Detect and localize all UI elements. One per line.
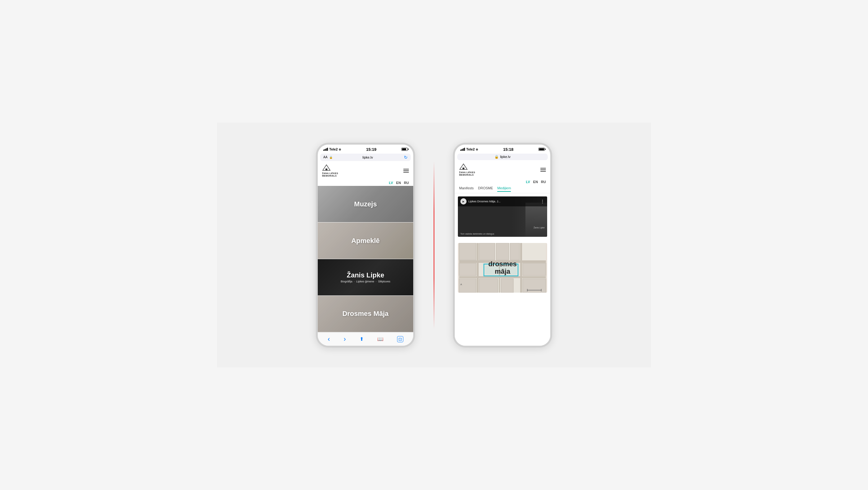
- hamburger-menu-1[interactable]: [403, 169, 409, 173]
- hamburger-menu-2[interactable]: [540, 168, 546, 172]
- youtube-avatar: ▶: [460, 198, 467, 204]
- status-bar-1: Tele2 ⌾ 15:19: [318, 145, 413, 153]
- svg-rect-1: [463, 168, 464, 169]
- video-caption: Tom vadoša darbinieks un dialogus: [460, 233, 494, 235]
- video-section: ▶ Lipkes Drosmes Māja. J... ⋮ Tom vadoša…: [455, 193, 550, 240]
- svg-rect-16: [523, 263, 546, 276]
- carrier-2: Tele2: [466, 147, 475, 151]
- video-thumbnail[interactable]: ▶ Lipkes Drosmes Māja. J... ⋮ Tom vadoša…: [458, 196, 547, 237]
- lock-icon: 🔒: [329, 156, 333, 159]
- browser-bar[interactable]: AA 🔒 lipke.lv ↻: [320, 154, 411, 161]
- logo-name-2: ŽANA LIPKES MEMORIĀLS: [459, 171, 475, 177]
- simple-url-bar[interactable]: 🔒 lipke.lv: [457, 154, 548, 160]
- person-label: Žanis Lipke: [533, 227, 545, 229]
- wifi-icon-1: ⌾: [339, 147, 341, 151]
- carrier-1: Tele2: [329, 147, 338, 151]
- map-label: drosmes māja: [488, 260, 517, 275]
- wifi-icon-2: ⌾: [476, 147, 478, 151]
- signal-bar-5: [460, 150, 461, 151]
- muzejs-content: Muzejs: [354, 200, 377, 208]
- svg-rect-11: [459, 243, 476, 260]
- lang-ru-1[interactable]: RU: [404, 181, 409, 185]
- lang-lv-1[interactable]: LV: [389, 181, 393, 185]
- video-header-left: ▶ Lipkes Drosmes Māja. J...: [460, 198, 501, 204]
- menu-item-apmekle[interactable]: Apmeklē: [318, 223, 413, 259]
- signal-bar-4: [327, 148, 328, 151]
- phone2-content: ▶ Lipkes Drosmes Māja. J... ⋮ Tom vadoša…: [455, 193, 550, 345]
- status-right-1: [401, 148, 408, 151]
- lang-bar-2: LV EN RU: [455, 179, 550, 185]
- logo-area-2: ŽANA LIPKES MEMORIĀLS: [459, 163, 475, 177]
- zanis-label: Žanis Lipke: [347, 271, 384, 279]
- hamburger-line-3: [403, 172, 409, 173]
- svg-rect-0: [326, 169, 328, 170]
- zanis-content: Žanis Lipke Biogrāfija · Lipkes ģimene ·…: [341, 271, 390, 283]
- logo-icon-2: [459, 163, 468, 171]
- bottom-toolbar: ‹ › ⬆ 📖 ⊡: [318, 333, 413, 346]
- url-display[interactable]: lipke.lv: [333, 155, 402, 159]
- reload-button[interactable]: ↻: [404, 155, 408, 160]
- tab-manifests[interactable]: Manifests: [459, 186, 474, 192]
- phone-1: Tele2 ⌾ 15:19 AA 🔒 lipke.lv ↻ ŽANA LIPKE…: [316, 143, 415, 348]
- battery-icon-1: [401, 148, 408, 151]
- tab-drosme[interactable]: DROSME: [478, 186, 493, 192]
- signal-bar-2: [324, 149, 326, 151]
- signal-bar-8: [464, 148, 465, 151]
- yt-icon: ▶: [463, 200, 464, 203]
- battery-icon-2: [538, 148, 545, 151]
- zanis-sub: Biogrāfija · Lipkes ģimene · Slēptuves: [341, 280, 390, 283]
- menu-item-muzejs[interactable]: Muzejs: [318, 186, 413, 223]
- back-button[interactable]: ‹: [328, 335, 330, 343]
- bookmarks-button[interactable]: 📖: [377, 336, 383, 342]
- time-2: 15:18: [503, 147, 514, 152]
- site-header-1: ŽANA LIPKES MEMORIĀLS: [318, 162, 413, 180]
- lang-lv-2[interactable]: LV: [526, 180, 530, 184]
- hamburger-line-2: [403, 170, 409, 171]
- menu-item-zanis[interactable]: Žanis Lipke Biogrāfija · Lipkes ģimene ·…: [318, 259, 413, 296]
- hamburger-line-5: [540, 169, 546, 170]
- svg-rect-9: [496, 243, 509, 260]
- portrait-photo: [525, 203, 547, 237]
- nav-tabs: Manifests DROSME Medijiem: [455, 185, 550, 193]
- drosmes-label: Drosmes Māja: [342, 310, 389, 318]
- signal-bar-3: [326, 148, 327, 151]
- logo-area-1: ŽANA LIPKES MEMORIĀLS: [322, 164, 338, 177]
- lang-ru-2[interactable]: RU: [541, 180, 546, 184]
- muzejs-label: Muzejs: [354, 200, 377, 208]
- menu-item-drosmes[interactable]: Drosmes Māja: [318, 296, 413, 333]
- status-bar-2: Tele2 ⌾ 15:18: [455, 145, 550, 153]
- hamburger-line-4: [540, 168, 546, 169]
- hamburger-line-1: [403, 169, 409, 169]
- menu-items: Muzejs Apmeklē Žanis Lipke Biogrāfija · …: [318, 186, 413, 332]
- tab-medijiem[interactable]: Medijiem: [497, 186, 511, 192]
- signal-bars-1: [323, 148, 328, 151]
- apmekle-content: Apmeklē: [351, 237, 380, 245]
- map-container[interactable]: drosmes māja A: [458, 243, 547, 293]
- signal-bar-6: [462, 149, 463, 151]
- signal-bars-2: [460, 148, 465, 151]
- url-display-2: lipke.lv: [500, 155, 510, 158]
- font-size-button[interactable]: AA: [323, 155, 328, 159]
- svg-rect-12: [479, 279, 498, 293]
- lang-en-1[interactable]: EN: [396, 181, 401, 185]
- phone-2: Tele2 ⌾ 15:18 🔒 lipke.lv ŽANA LIPKES MEM…: [453, 143, 552, 348]
- hamburger-line-6: [540, 171, 546, 172]
- apmekle-label: Apmeklē: [351, 237, 380, 245]
- status-left-2: Tele2 ⌾: [460, 147, 478, 151]
- svg-rect-13: [501, 279, 514, 293]
- drosmes-content: Drosmes Māja: [342, 310, 389, 318]
- lang-en-2[interactable]: EN: [533, 180, 538, 184]
- share-button[interactable]: ⬆: [360, 336, 364, 342]
- video-options-icon[interactable]: ⋮: [540, 199, 545, 204]
- lock-icon-2: 🔒: [494, 155, 499, 159]
- svg-rect-14: [523, 279, 546, 293]
- map-section: drosmes māja A: [455, 240, 550, 345]
- lang-bar-1: LV EN RU: [318, 180, 413, 186]
- signal-bar-1: [323, 150, 324, 151]
- svg-rect-8: [479, 243, 495, 260]
- battery-fill-2: [539, 148, 544, 150]
- status-left-1: Tele2 ⌾: [323, 147, 341, 151]
- forward-button[interactable]: ›: [343, 335, 346, 343]
- tabs-button[interactable]: ⊡: [397, 336, 403, 342]
- video-header: ▶ Lipkes Drosmes Māja. J... ⋮: [458, 196, 547, 206]
